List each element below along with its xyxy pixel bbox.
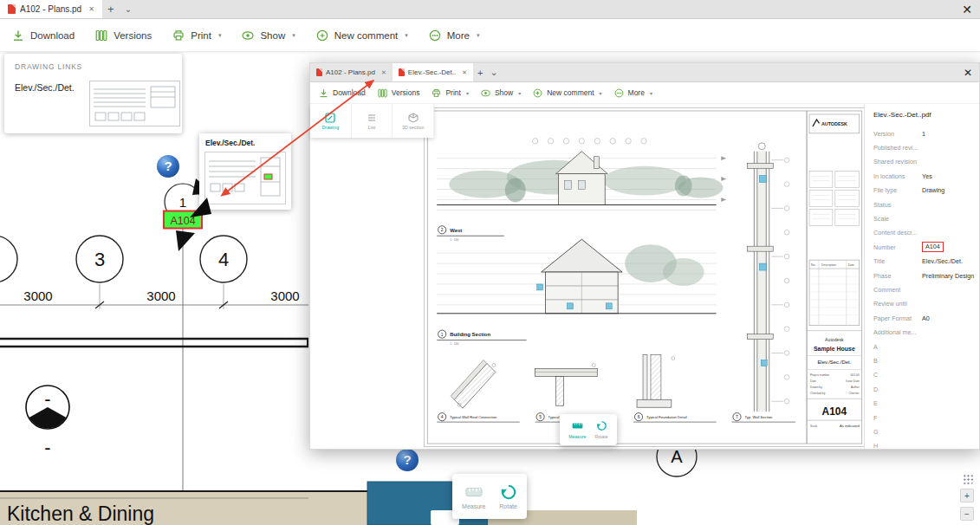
more-button[interactable]: More ▾ [429,29,480,42]
zoom-in-button[interactable]: + [960,489,974,502]
download-button[interactable]: Download [12,29,75,42]
svg-text:2: 2 [441,228,444,232]
rotate-button[interactable]: Rotate [594,420,607,439]
more-icon [429,29,441,42]
link-preview-tooltip[interactable]: Elev./Sec./Det. [199,133,291,210]
drawing-link-thumbnail[interactable] [89,81,180,126]
tab-list-chevron-icon[interactable]: ⌄ [120,0,137,18]
close-viewer-icon[interactable]: ✕ [954,0,980,18]
sheet-viewport[interactable]: 2 West 1 : 100 [424,104,866,449]
rotate-label: Rotate [594,434,607,439]
sheet-view-west-elevation [437,139,725,211]
details-row: Content descr... [873,226,976,240]
show-button[interactable]: Show ▾ [481,88,521,98]
measure-button[interactable]: Measure [568,420,586,439]
new-tab-button[interactable]: + [473,63,487,81]
popup-toolbar: Download Versions Print ▾ Show ▾ New com… [310,82,979,104]
popup-tab-elev-sec-det[interactable]: Elev.-Sec.-Det.. ✕ [393,63,473,81]
tab-list-chevron-icon[interactable]: ⌄ [487,63,501,81]
link-preview-thumbnail [204,152,286,204]
svg-text:Checker: Checker [849,392,860,395]
details-row: NumberA104 [873,240,976,254]
cube-3d-icon [408,113,419,123]
popup-tab-a102-plans[interactable]: A102 - Plans.pd ✕ [310,63,393,81]
new-comment-button[interactable]: New comment ▾ [533,88,601,98]
tab-close-icon[interactable]: ✕ [381,69,386,76]
rotate-icon [596,420,607,431]
print-caret-icon: ▾ [466,90,469,96]
close-popup-icon[interactable]: ✕ [957,63,979,81]
view-mode-3d-section[interactable]: 3D section [393,104,434,138]
a104-drawing-link[interactable]: A104 [164,211,202,229]
show-button[interactable]: Show ▾ [242,29,295,42]
new-comment-button[interactable]: New comment ▾ [316,29,408,42]
svg-text:Project number: Project number [810,373,830,377]
print-icon [172,29,185,42]
details-filename: Elev.-Sec.-Det..pdf [873,111,976,119]
new-tab-button[interactable]: + [102,0,120,18]
details-row-label: Status [873,201,922,209]
versions-label: Versions [114,30,152,41]
show-caret-icon: ▾ [518,90,521,96]
view-mode-label: Drawing [321,125,339,130]
details-row-label: Paper Format [873,314,922,322]
new-comment-caret-icon: ▾ [600,90,602,96]
details-row: PhasePreliminary Design [873,269,976,282]
details-row-value: Yes [922,172,932,180]
sheet-detail-foundation [637,355,675,408]
more-button[interactable]: More ▾ [614,88,652,98]
apps-grid-button[interactable] [962,473,973,484]
details-row-label: In locations [873,172,922,180]
tab-close-icon[interactable]: ✕ [462,69,467,76]
main-tab-bar: A102 - Plans.pd ✕ + ⌄ ✕ [0,0,980,19]
svg-text:1 : 100: 1 : 100 [450,342,458,346]
measure-rotate-popup: Measure Rotate [452,474,527,519]
drawing-links-title: DRAWING LINKS [15,62,82,71]
details-row-value: A104 [922,242,944,252]
print-label: Print [445,88,460,97]
print-label: Print [191,30,211,41]
details-row-label: Scale [873,215,922,223]
zoom-out-button[interactable]: − [960,507,974,521]
svg-text:4: 4 [441,415,444,419]
link-preview-title: Elev./Sec./Det. [205,139,255,147]
rotate-button[interactable]: Rotate [499,483,517,509]
svg-text:Building Section: Building Section [450,332,490,337]
print-caret-icon: ▾ [218,32,222,39]
measure-label: Measure [568,434,586,439]
new-comment-icon [316,29,328,42]
svg-text:4: 4 [218,249,229,270]
measure-button[interactable]: Measure [462,483,485,509]
tab-close-icon[interactable]: ✕ [88,5,94,13]
help-question-ball-2[interactable]: ? [396,449,419,471]
details-row: G [873,425,976,438]
tab-a102-plans[interactable]: A102 - Plans.pd ✕ [0,0,102,18]
main-toolbar: Download Versions Print ▾ Show ▾ New com… [0,19,980,52]
sheet-view-label-foundation: 6 Typical Foundation Detail [633,413,717,423]
details-row-value: A0 [922,314,930,322]
versions-button[interactable]: Versions [95,29,152,42]
svg-text:A: A [671,447,683,466]
download-button[interactable]: Download [319,88,366,98]
download-label: Download [333,88,366,97]
versions-button[interactable]: Versions [378,88,420,98]
svg-text:As indicated: As indicated [840,424,860,428]
drawing-link-elev-sec-det[interactable]: Elev./Sec./Det. [15,82,75,93]
svg-text:No.: No. [811,263,815,267]
print-button[interactable]: Print ▾ [172,29,221,42]
details-row-label: C [873,371,922,379]
more-label: More [628,88,645,97]
view-mode-list[interactable]: List [352,104,393,138]
svg-text:5: 5 [539,415,542,419]
dimension-string: 3000 3000 3000 [0,284,308,309]
tab-label: A102 - Plans.pd [326,68,375,76]
view-mode-drawing[interactable]: Drawing [310,104,352,138]
more-caret-icon: ▾ [650,90,652,96]
svg-text:Description: Description [821,263,836,267]
popup-viewer-window: A102 - Plans.pd ✕ Elev.-Sec.-Det.. ✕ + ⌄… [309,62,980,450]
help-question-ball[interactable]: ? [157,155,179,178]
details-row: Version1 [873,126,976,140]
print-button[interactable]: Print ▾ [432,88,469,98]
svg-text:Typical Foundation Detail: Typical Foundation Detail [646,415,687,419]
details-row-label: A [873,343,922,351]
